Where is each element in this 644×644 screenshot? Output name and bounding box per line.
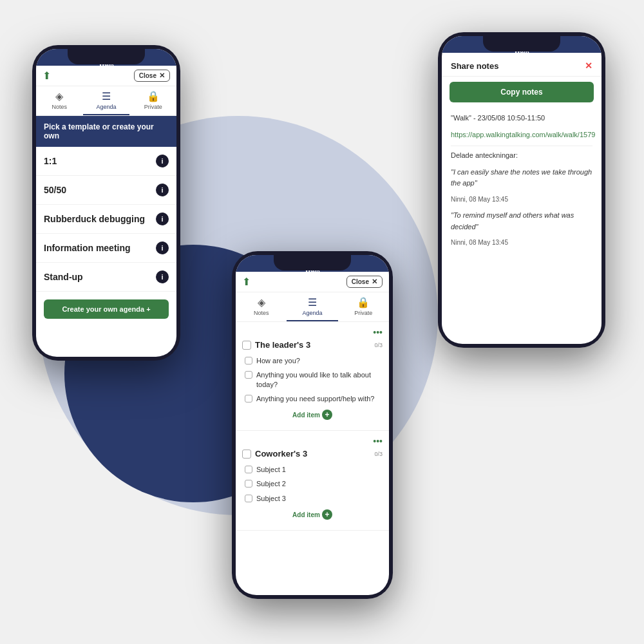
add-item-button-leader[interactable]: Add item + (242, 406, 383, 424)
notes-icon-center: ◈ (258, 296, 265, 308)
agenda-item-leader-3: Anything you need support/help with? (242, 392, 383, 406)
phone-notch-left (68, 49, 145, 64)
item-checkbox-coworker-3[interactable] (245, 495, 252, 502)
share-content: "Walk" - 23/05/08 10:50-11:50 https://ap… (442, 108, 601, 258)
section-header-leader: The leader's 3 0/3 (242, 340, 383, 350)
agenda-icon-left: ☰ (102, 90, 111, 102)
tab-notes-left[interactable]: ◈ Notes (36, 86, 83, 115)
add-item-button-coworker[interactable]: Add item + (242, 506, 383, 524)
close-button-left[interactable]: Close ✕ (134, 70, 170, 82)
tab-private-left[interactable]: 🔒 Private (129, 86, 176, 115)
section-checkbox-leader[interactable] (242, 341, 251, 350)
agenda-item-coworker-1: Subject 1 (242, 462, 383, 477)
info-icon-11[interactable]: i (156, 155, 169, 167)
note-author-1: Ninni, 08 May 13:45 (451, 194, 592, 205)
note-quote-2: "To remind myself and others what was de… (451, 210, 592, 232)
note-author-2: Ninni, 08 May 13:45 (451, 238, 592, 248)
template-item-rubberduck[interactable]: Rubberduck debugging i (36, 205, 176, 234)
share-close-button[interactable]: ✕ (585, 61, 592, 71)
tab-agenda-center[interactable]: ☰ Agenda (287, 292, 337, 321)
info-icon-5050[interactable]: i (156, 184, 169, 196)
add-circle-leader: + (322, 410, 332, 420)
item-checkbox-leader-3[interactable] (245, 395, 252, 402)
toolbar-left: ⬆ Close ✕ (36, 66, 176, 86)
tab-bar-left: ◈ Notes ☰ Agenda 🔒 Private (36, 86, 176, 116)
item-checkbox-coworker-1[interactable] (245, 466, 252, 473)
close-button-center[interactable]: Close ✕ (346, 276, 383, 288)
lock-icon-center: 🔒 (357, 296, 370, 308)
add-circle-coworker: + (322, 509, 332, 520)
section-coworker: ••• Coworker's 3 0/3 Subject 1 Subject 2… (236, 431, 389, 531)
phone-center: Walk ⬆ Close ✕ ◈ Notes ☰ Agenda 🔒 Privat… (232, 251, 393, 599)
template-item-11[interactable]: 1:1 i (36, 147, 176, 176)
info-icon-rubberduck[interactable]: i (156, 213, 169, 225)
template-item-information[interactable]: Information meeting i (36, 234, 176, 263)
item-checkbox-coworker-2[interactable] (245, 480, 252, 488)
section-checkbox-coworker[interactable] (242, 450, 251, 459)
lock-icon-left: 🔒 (147, 90, 160, 102)
share-notes-header: Share notes ✕ (442, 53, 601, 77)
agenda-item-leader-1: How are you? (242, 354, 383, 368)
close-x-center: ✕ (372, 278, 377, 286)
tab-private-center[interactable]: 🔒 Private (338, 292, 389, 321)
template-item-5050[interactable]: 50/50 i (36, 176, 176, 205)
share-icon-center[interactable]: ⬆ (242, 276, 251, 288)
share-icon-left[interactable]: ⬆ (43, 70, 51, 82)
phone-left: Walk ⬆ Close ✕ ◈ Notes ☰ Agenda 🔒 Privat… (32, 45, 180, 361)
close-x-left: ✕ (159, 71, 165, 80)
agenda-icon-center: ☰ (308, 296, 317, 308)
note-quote-1: "I can easily share the notes we take th… (451, 167, 592, 189)
agenda-item-coworker-3: Subject 3 (242, 491, 383, 506)
tab-bar-center: ◈ Notes ☰ Agenda 🔒 Private (236, 292, 389, 322)
template-item-standup[interactable]: Stand-up i (36, 263, 176, 292)
agenda-item-leader-2: Anything you would like to talk about to… (242, 368, 383, 392)
phone-notch-center (274, 255, 351, 270)
toolbar-center: ⬆ Close ✕ (236, 272, 389, 292)
phone-right: Walk Share notes ✕ Copy notes "Walk" - 2… (438, 32, 605, 348)
item-checkbox-leader-2[interactable] (245, 371, 252, 379)
copy-notes-button[interactable]: Copy notes (450, 82, 594, 102)
tab-notes-center[interactable]: ◈ Notes (236, 292, 287, 321)
tab-agenda-left[interactable]: ☰ Agenda (83, 86, 130, 115)
create-agenda-button[interactable]: Create your own agenda + (44, 299, 169, 319)
walk-info: "Walk" - 23/05/08 10:50-11:50 (451, 113, 592, 124)
info-icon-standup[interactable]: i (156, 270, 169, 283)
notes-icon-left: ◈ (55, 90, 63, 102)
info-icon-information[interactable]: i (156, 242, 169, 254)
agenda-item-coworker-2: Subject 2 (242, 477, 383, 491)
section-dots-coworker[interactable]: ••• (242, 436, 383, 446)
shared-notes-label: Delade anteckningar: (451, 150, 592, 162)
section-header-coworker: Coworker's 3 0/3 (242, 449, 383, 459)
item-checkbox-leader-1[interactable] (245, 357, 252, 365)
section-leader: ••• The leader's 3 0/3 How are you? Anyt… (236, 322, 389, 431)
phone-notch-right (483, 36, 560, 52)
section-dots-leader[interactable]: ••• (242, 327, 383, 337)
template-header: Pick a template or create your own (36, 116, 176, 147)
walk-url: https://app.walkingtalking.com/walk/walk… (451, 129, 592, 141)
